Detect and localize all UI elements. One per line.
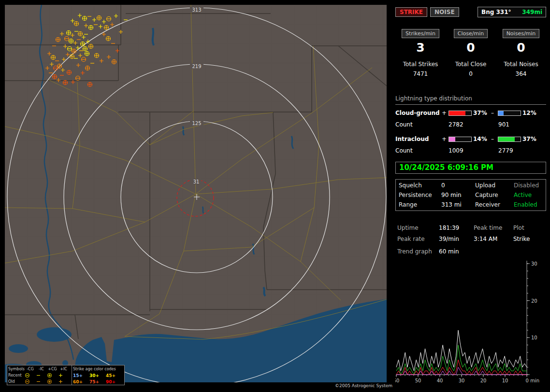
trend-graph-header: Trend graph 60 min — [397, 248, 459, 255]
rates-section: Strikes/min 3 Total Strikes 7471 Close/m… — [395, 29, 546, 77]
svg-text:20: 20 — [531, 298, 537, 304]
svg-text:30: 30 — [459, 378, 465, 383]
range-ring-label: 313 — [192, 7, 201, 13]
copyright-text: ©2005 Astrogenic Systems — [335, 383, 395, 388]
status-row: Squelch 0 Upload Disabled — [399, 181, 546, 190]
plus-icon — [58, 373, 69, 378]
strikes-per-min-header[interactable]: Strikes/min — [402, 29, 439, 38]
capture-status: Active — [514, 192, 546, 198]
legend-age-section: Strike age color codes 15+ 30+ 45+ 60+ 7… — [72, 365, 124, 385]
cg-positive-percent: 37% — [472, 110, 491, 116]
close-per-min-column: Close/min 0 Total Close 0 — [446, 29, 496, 77]
svg-text:60: 60 — [395, 378, 399, 383]
trend-window-value: 60 min — [439, 248, 459, 255]
total-strikes-value: 7471 — [395, 70, 446, 77]
cloud-ground-count-row: Count 2782 901 — [395, 121, 546, 128]
legend-symbols-title: Symbols — [8, 367, 25, 371]
receiver-status-box: Squelch 0 Upload Disabled Persistence 90… — [395, 179, 546, 211]
plus-icon — [58, 379, 69, 384]
trend-graph: 6050403020100 min302010 — [395, 260, 549, 386]
persistence-label: Persistence — [399, 192, 441, 198]
legend-row-recent: Recent — [8, 373, 25, 378]
noise-toggle-button[interactable]: NOISE — [430, 7, 459, 17]
panel-topbar: STRIKE NOISE Bng 331° 349mi — [395, 6, 546, 18]
minus-sign: – — [491, 110, 498, 116]
plus-sign: + — [442, 136, 449, 142]
lightning-distribution-section: Lightning type distribution Cloud-ground… — [395, 95, 546, 154]
range-ring-label: 31 — [193, 179, 200, 184]
total-noises-value: 364 — [496, 70, 546, 77]
age-code: 60+ — [73, 379, 89, 384]
cg-positive-count: 2782 — [449, 121, 498, 128]
ic-positive-count: 1009 — [449, 147, 498, 154]
close-per-min-value: 0 — [446, 41, 496, 55]
datetime-display: 10/24/2025 6:09:16 PM — [395, 162, 546, 174]
status-row: Persistence 90 min Capture Active — [399, 190, 546, 200]
svg-text:0 min: 0 min — [526, 378, 539, 383]
intracloud-label: Intracloud — [395, 136, 442, 142]
age-code: 15+ — [73, 373, 89, 378]
cloud-ground-label: Cloud-ground — [395, 110, 442, 116]
ic-negative-percent: 37% — [521, 136, 540, 142]
peak-rate-value: 39/min — [439, 236, 474, 242]
plot-mode-value: Strike — [513, 236, 546, 242]
intracloud-row: Intracloud + 14% – 37% — [395, 135, 546, 143]
upload-label: Upload — [475, 182, 514, 189]
cloud-ground-row: Cloud-ground + 37% – 12% — [395, 109, 546, 117]
upload-status: Disabled — [514, 182, 546, 189]
age-code: 30+ — [89, 373, 106, 378]
circle-plus-icon — [47, 379, 58, 384]
age-code: 75+ — [89, 379, 106, 384]
strike-toggle-button[interactable]: STRIKE — [395, 7, 427, 17]
ic-negative-gauge — [498, 137, 521, 142]
persistence-value: 90 min — [441, 192, 475, 198]
peak-rate-label: Peak rate — [397, 236, 439, 242]
peak-time-value: 3:14 AM — [474, 236, 513, 242]
svg-text:20: 20 — [480, 378, 487, 383]
uptime-label: Uptime — [397, 224, 439, 231]
squelch-label: Squelch — [399, 182, 441, 189]
range-ring-label: 219 — [192, 64, 201, 69]
noises-per-min-column: Noises/min 0 Total Noises 364 — [496, 29, 546, 77]
bearing-display: Bng 331° 349mi — [478, 7, 546, 17]
noises-per-min-header[interactable]: Noises/min — [503, 29, 540, 38]
svg-text:30: 30 — [531, 261, 537, 266]
cg-negative-count: 901 — [498, 121, 509, 128]
strike-legend: Symbols -CG -IC +CG +IC Recent Old — [7, 365, 125, 385]
distribution-title: Lightning type distribution — [395, 95, 546, 105]
map-canvas[interactable]: 313 219 125 31 — [5, 5, 387, 382]
age-code: 45+ — [106, 373, 122, 378]
ic-positive-gauge — [449, 137, 472, 142]
close-per-min-header[interactable]: Close/min — [454, 29, 488, 38]
status-row: Range 313 mi Receiver Enabled — [399, 200, 546, 210]
strikes-per-min-value: 3 — [395, 41, 446, 55]
uptime-value: 181:39 — [439, 224, 474, 231]
svg-text:10: 10 — [531, 335, 537, 340]
legend-age-title: Strike age color codes — [73, 366, 123, 372]
legend-col-neg-cg: -CG — [25, 367, 36, 371]
ic-positive-percent: 14% — [472, 136, 491, 142]
range-ring-label: 125 — [192, 121, 201, 126]
circle-plus-icon — [47, 373, 58, 378]
receiver-label: Receiver — [475, 201, 514, 208]
capture-label: Capture — [475, 192, 514, 198]
legend-row-old: Old — [8, 379, 25, 384]
total-strikes-label: Total Strikes — [395, 61, 446, 68]
svg-text:40: 40 — [437, 378, 443, 383]
count-label: Count — [395, 147, 449, 154]
total-close-label: Total Close — [446, 61, 496, 68]
circle-minus-icon — [25, 379, 36, 384]
count-label: Count — [395, 121, 449, 128]
minus-sign: – — [491, 136, 498, 142]
bearing-distance: 349mi — [522, 9, 542, 15]
peak-time-label: Peak time — [474, 224, 513, 231]
range-label: Range — [399, 201, 441, 208]
status-panel: STRIKE NOISE Bng 331° 349mi Strikes/min … — [392, 0, 550, 392]
strikes-per-min-column: Strikes/min 3 Total Strikes 7471 — [395, 29, 446, 77]
cg-negative-gauge — [498, 111, 521, 116]
squelch-value: 0 — [441, 182, 475, 189]
range-value: 313 mi — [441, 201, 475, 208]
plus-sign: + — [442, 110, 449, 116]
radar-map[interactable]: 313 219 125 31 Symbols -CG -IC +CG +IC — [5, 5, 387, 382]
cg-positive-gauge — [449, 111, 472, 116]
